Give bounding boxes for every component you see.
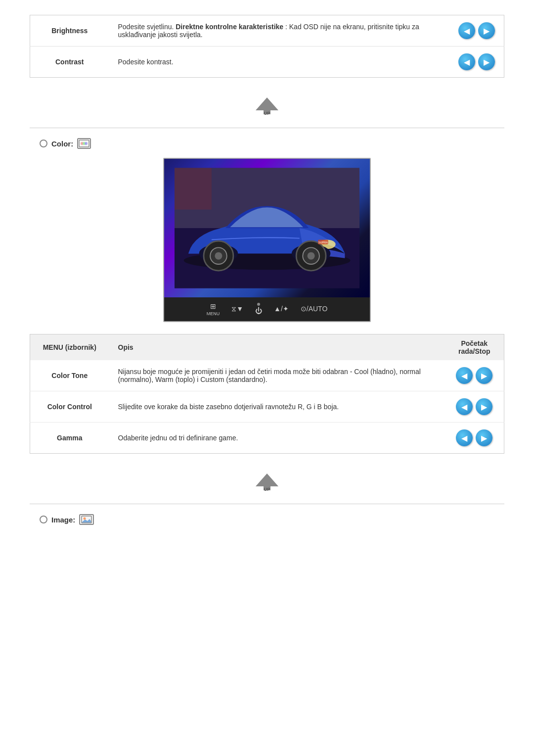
setting-name: Contrast	[30, 47, 109, 78]
ctrl-menu: ⊞ MENU	[207, 302, 220, 316]
divider-1	[30, 128, 504, 128]
color-section-header: Color:	[30, 138, 504, 149]
svg-text:SUPRA: SUPRA	[318, 241, 328, 244]
prev-button[interactable]: ◀	[458, 53, 475, 70]
color-settings-table: MENU (izbornik) Opis Početak rada/Stop C…	[30, 334, 504, 454]
up-arrow-icon: UP	[255, 96, 279, 118]
ctrl-bright: ▲/✦	[274, 305, 289, 314]
svg-point-13	[215, 252, 222, 260]
brightness-contrast-table: BrightnessPodesite svjetlinu. Direktne k…	[30, 15, 504, 78]
color-section-title: Color:	[51, 140, 73, 148]
color-next-button[interactable]: ▶	[476, 398, 492, 415]
setting-desc: Podesite kontrast.	[109, 47, 450, 78]
svg-point-17	[307, 252, 314, 260]
ctrl-power: ⏻	[255, 303, 262, 316]
color-prev-button[interactable]: ◀	[456, 367, 473, 384]
table-row: ContrastPodesite kontrast. ◀ ▶	[30, 47, 504, 78]
color-setting-buttons: ◀ ▶	[445, 423, 504, 454]
image-label: Image	[51, 516, 73, 524]
setting-name: Brightness	[30, 15, 109, 47]
table-header-desc: Opis	[109, 334, 445, 361]
setting-desc: Podesite svjetlinu. Direktne kontrolne k…	[109, 15, 450, 47]
monitor-frame: SUPRA ⊞ MENU ⧖▼ ⏻	[163, 158, 371, 322]
color-setting-desc: Slijedite ove korake da biste zasebno do…	[109, 391, 445, 423]
color-setting-name: Gamma	[30, 423, 109, 454]
image-section-header: Image:	[30, 514, 504, 525]
ctrl-auto: ⊙/AUTO	[301, 305, 328, 314]
color-setting-name: Color Tone	[30, 360, 109, 391]
color-table-row: Color ControlSlijedite ove korake da bis…	[30, 391, 504, 423]
svg-point-24	[84, 518, 86, 520]
color-label: Color	[51, 140, 71, 148]
image-circle-icon	[40, 516, 47, 523]
color-table-row: GammaOdaberite jednu od tri definirane g…	[30, 423, 504, 454]
image-icon-img	[79, 514, 94, 525]
color-colon: :	[71, 140, 73, 148]
svg-marker-21	[256, 473, 278, 486]
car-image: SUPRA	[175, 166, 359, 290]
up-label-2: UP	[264, 487, 270, 492]
svg-point-5	[85, 142, 88, 145]
prev-button[interactable]: ◀	[458, 22, 475, 39]
up-label: UP	[264, 111, 270, 116]
color-table-row: Color ToneNijansu boje moguće je promije…	[30, 360, 504, 391]
image-colon: :	[73, 516, 75, 524]
setting-buttons: ◀ ▶	[449, 47, 504, 78]
color-setting-desc: Odaberite jednu od tri definirane game.	[109, 423, 445, 454]
svg-marker-0	[256, 97, 278, 110]
image-section-title: Image:	[51, 516, 75, 524]
monitor-screen: SUPRA	[164, 159, 370, 297]
up-arrow-section-2: UP	[30, 464, 504, 499]
divider-2	[30, 504, 504, 504]
color-setting-buttons: ◀ ▶	[445, 360, 504, 391]
color-circle-icon	[40, 140, 47, 147]
monitor-controls: ⊞ MENU ⧖▼ ⏻ ▲/✦ ⊙/AUTO	[164, 297, 370, 321]
color-next-button[interactable]: ▶	[476, 429, 492, 446]
color-setting-buttons: ◀ ▶	[445, 391, 504, 423]
color-prev-button[interactable]: ◀	[456, 398, 473, 415]
up-arrow-section: UP	[30, 88, 504, 123]
up-arrow-icon-2: UP	[255, 472, 279, 494]
ctrl-vol: ⧖▼	[231, 305, 243, 314]
svg-rect-20	[175, 168, 212, 209]
monitor-area: SUPRA ⊞ MENU ⧖▼ ⏻	[30, 158, 504, 322]
color-prev-button[interactable]: ◀	[456, 429, 473, 446]
color-next-button[interactable]: ▶	[476, 367, 492, 384]
table-header-stop: Početak rada/Stop	[445, 334, 504, 361]
next-button[interactable]: ▶	[478, 22, 495, 39]
table-header-menu: MENU (izbornik)	[30, 334, 109, 361]
color-icon-img	[77, 138, 91, 149]
color-setting-name: Color Control	[30, 391, 109, 423]
table-row: BrightnessPodesite svjetlinu. Direktne k…	[30, 15, 504, 47]
setting-buttons: ◀ ▶	[449, 15, 504, 47]
color-setting-desc: Nijansu boje moguće je promijeniti i jed…	[109, 360, 445, 391]
next-button[interactable]: ▶	[478, 53, 495, 70]
